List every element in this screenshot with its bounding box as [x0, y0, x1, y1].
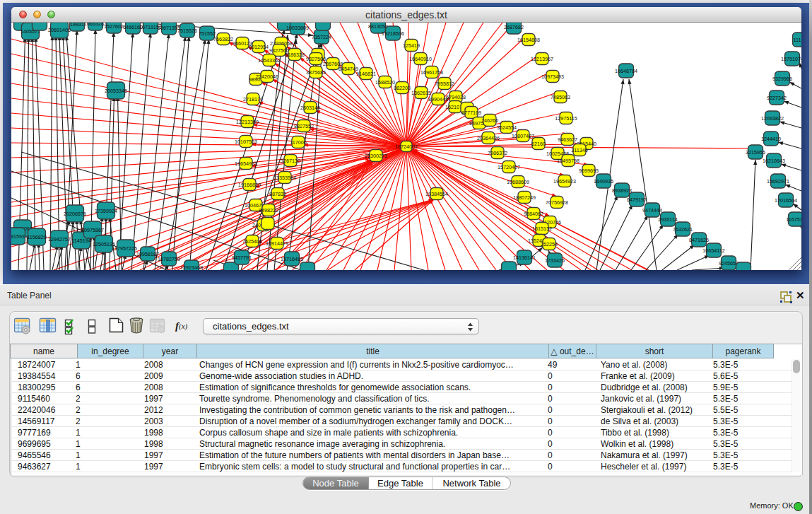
svg-text:9329966: 9329966	[772, 76, 792, 82]
svg-text:10033809: 10033809	[286, 25, 309, 31]
svg-text:7663822: 7663822	[213, 36, 233, 42]
svg-text:746266: 746266	[481, 117, 498, 124]
svg-text:14136141: 14136141	[513, 255, 536, 261]
svg-text:1244419: 1244419	[761, 136, 781, 142]
svg-text:16154808: 16154808	[517, 37, 540, 43]
svg-text:3215955: 3215955	[746, 149, 765, 156]
svg-text:2935114: 2935114	[658, 216, 677, 223]
svg-text:17957225: 17957225	[114, 245, 137, 252]
svg-text:882203: 882203	[394, 85, 411, 91]
svg-text:70756928: 70756928	[546, 199, 568, 206]
svg-text:1733426: 1733426	[545, 257, 565, 264]
svg-text:12213967: 12213967	[531, 56, 553, 62]
svg-text:8813054: 8813054	[368, 23, 388, 30]
svg-text:10543362: 10543362	[258, 57, 281, 64]
svg-text:9245652: 9245652	[719, 260, 739, 267]
svg-text:1362615: 1362615	[411, 90, 431, 96]
svg-text:2803144: 2803144	[300, 105, 320, 111]
svg-text:7485063: 7485063	[551, 94, 570, 100]
svg-text:15720407: 15720407	[498, 164, 520, 170]
svg-text:6479197: 6479197	[627, 197, 647, 203]
svg-text:10654112: 10654112	[702, 247, 724, 254]
svg-text:8454749: 8454749	[339, 66, 358, 72]
svg-text:3267130: 3267130	[281, 158, 300, 164]
svg-text:16210643: 16210643	[763, 158, 785, 164]
svg-text:3624554: 3624554	[497, 124, 517, 131]
svg-text:19654935: 19654935	[235, 160, 257, 167]
svg-text:16648784: 16648784	[615, 68, 637, 74]
svg-text:19931: 19931	[70, 23, 84, 28]
svg-text:20206576: 20206576	[64, 211, 86, 217]
svg-text:252254: 252254	[541, 241, 558, 247]
svg-text:7632621: 7632621	[673, 226, 693, 233]
svg-text:12975115: 12975115	[555, 115, 577, 122]
svg-text:20053346: 20053346	[105, 88, 127, 94]
svg-text:12093822: 12093822	[761, 115, 784, 122]
svg-text:19654923: 19654923	[553, 178, 576, 185]
svg-text:9457791: 9457791	[232, 255, 252, 261]
svg-text:12213389: 12213389	[236, 119, 259, 125]
svg-text:8912954: 8912954	[249, 44, 269, 50]
svg-text:391593: 391593	[11, 233, 25, 240]
svg-text:12923468: 12923468	[180, 264, 203, 271]
svg-text:15716485: 15716485	[281, 256, 303, 262]
svg-text:1156829: 1156829	[27, 234, 46, 240]
svg-text:125419: 125419	[403, 42, 420, 49]
svg-text:16640910: 16640910	[409, 56, 432, 62]
svg-text:9146821: 9146821	[356, 71, 376, 77]
svg-text:16914479: 16914479	[266, 240, 288, 247]
svg-text:10958187: 10958187	[136, 251, 159, 257]
svg-text:1640935: 1640935	[594, 178, 613, 185]
svg-text:9474444: 9474444	[642, 207, 662, 214]
svg-text:13353594: 13353594	[273, 175, 296, 181]
svg-text:17016504: 17016504	[775, 197, 797, 204]
svg-text:1527602: 1527602	[104, 23, 124, 30]
svg-text:7357224: 7357224	[312, 34, 331, 40]
svg-text:9884067: 9884067	[524, 211, 543, 217]
svg-text:30975867: 30975867	[81, 227, 104, 233]
svg-text:(x): (x)	[179, 322, 188, 331]
svg-text:2687682: 2687682	[504, 24, 524, 30]
svg-text:6794028: 6794028	[446, 94, 466, 100]
svg-text:15692971: 15692971	[767, 178, 789, 185]
svg-text:311346: 311346	[571, 147, 587, 153]
svg-text:9777169: 9777169	[461, 110, 481, 116]
svg-text:19384554: 19384554	[425, 191, 448, 197]
svg-text:25300273: 25300273	[365, 153, 387, 159]
svg-text:7625402: 7625402	[242, 238, 262, 245]
svg-text:15751074: 15751074	[781, 56, 801, 62]
svg-text:19218506: 19218506	[382, 30, 404, 37]
svg-text:10688609: 10688609	[507, 179, 529, 185]
svg-text:18724007: 18724007	[395, 144, 418, 150]
svg-text:9463627: 9463627	[558, 136, 577, 143]
svg-text:16495798: 16495798	[557, 158, 579, 164]
svg-text:22420046: 22420046	[256, 74, 278, 80]
svg-text:1167534: 1167534	[786, 216, 801, 223]
svg-text:16961758: 16961758	[420, 69, 443, 76]
svg-text:19166829: 19166829	[238, 182, 261, 188]
svg-text:10807487: 10807487	[512, 133, 534, 139]
svg-text:18807249: 18807249	[513, 194, 536, 201]
svg-text:20364436: 20364436	[477, 135, 500, 141]
svg-text:9699695: 9699695	[579, 168, 599, 174]
svg-text:20691406: 20691406	[48, 27, 71, 33]
svg-text:8186328: 8186328	[285, 52, 305, 58]
svg-text:12942757: 12942757	[48, 236, 71, 243]
svg-text:17359924: 17359924	[95, 208, 117, 214]
svg-text:2718170: 2718170	[243, 96, 263, 103]
svg-text:62160: 62160	[531, 141, 546, 147]
svg-text:3875685: 3875685	[306, 69, 326, 76]
svg-text:117006: 117006	[290, 139, 306, 146]
svg-text:8990448: 8990448	[428, 96, 448, 103]
svg-text:7955812: 7955812	[435, 81, 454, 87]
svg-text:12505135: 12505135	[93, 241, 115, 247]
svg-text:1615132: 1615132	[532, 226, 552, 232]
svg-text:1588520: 1588520	[375, 79, 395, 86]
svg-text:16782759: 16782759	[158, 256, 180, 262]
svg-text:8498222: 8498222	[259, 207, 278, 214]
svg-text:8471626: 8471626	[689, 237, 709, 243]
svg-text:7515526: 7515526	[177, 28, 197, 34]
svg-text:8827552: 8827552	[294, 123, 314, 129]
svg-text:9227342: 9227342	[767, 95, 787, 101]
svg-text:10973493: 10973493	[541, 74, 564, 80]
